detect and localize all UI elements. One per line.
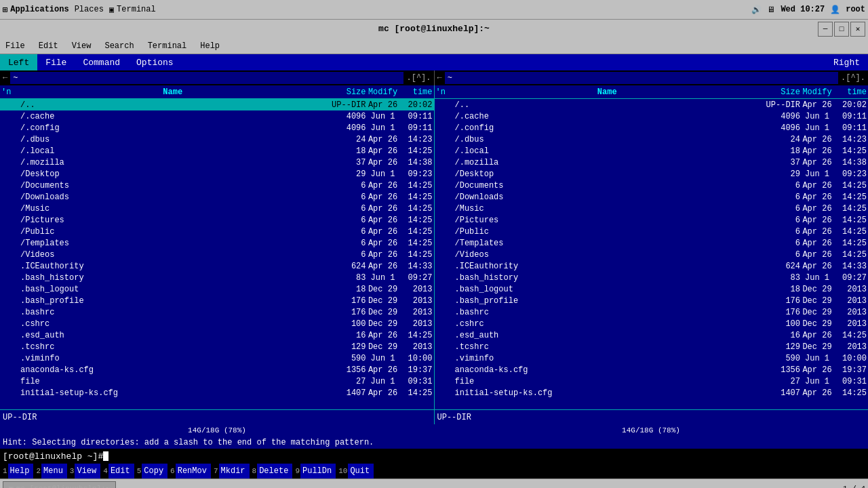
fkey-3-button[interactable]: 3 View [67, 464, 100, 479]
maximize-button[interactable]: □ [834, 22, 849, 37]
file-row[interactable]: /Videos 6 Apr 26 14:25 [435, 249, 869, 260]
file-row[interactable]: /.config 4096 Jun 1 09:11 [0, 122, 434, 134]
file-row[interactable]: .bash_logout 18 Dec 29 2013 [435, 283, 869, 295]
file-row[interactable]: file 27 Jun 1 09:31 [0, 375, 434, 387]
file-row[interactable]: /Documents 6 Apr 26 14:25 [435, 180, 869, 191]
file-row[interactable]: /Public 6 Apr 26 14:25 [0, 226, 434, 237]
file-row[interactable]: .viminfo 590 Jun 1 10:00 [0, 352, 434, 364]
file-row-modify: Apr 26 [366, 365, 400, 375]
file-row[interactable]: .ICEauthority 624 Apr 26 14:33 [0, 260, 434, 272]
file-row[interactable]: /Public 6 Apr 26 14:25 [435, 226, 869, 237]
file-row[interactable]: /.local 18 Apr 26 14:25 [435, 145, 869, 157]
fkey-6-button[interactable]: 6 RenMov [167, 464, 211, 479]
fkey-5-button[interactable]: 5 Copy [134, 464, 167, 479]
tab-right[interactable]: Right [825, 54, 868, 70]
right-panel-footer: UP--DIR [435, 409, 869, 424]
fkey-8-button[interactable]: 8 Delete [250, 464, 293, 479]
tab-file[interactable]: File [37, 54, 75, 70]
right-nav-arrow[interactable]: ← [437, 73, 442, 83]
file-row[interactable]: .tcshrc 129 Dec 29 2013 [435, 341, 869, 352]
file-row[interactable]: /.mozilla 37 Apr 26 14:38 [0, 157, 434, 168]
file-row[interactable]: .bash_profile 176 Dec 29 2013 [435, 295, 869, 306]
menu-terminal[interactable]: Terminal [145, 40, 190, 52]
file-row-time: 14:25 [400, 250, 433, 260]
file-row[interactable]: /Pictures 6 Apr 26 14:25 [0, 214, 434, 226]
file-row[interactable]: /.. UP--DIR Apr 26 20:02 [0, 99, 434, 110]
file-row-modify: Apr 26 [800, 250, 834, 260]
places-menu[interactable]: Places [75, 5, 104, 14]
file-row[interactable]: .tcshrc 129 Dec 29 2013 [0, 341, 434, 352]
file-row-name: /Pictures [455, 216, 760, 225]
file-row-name: /Documents [455, 181, 760, 190]
file-row-size: 6 [326, 227, 366, 237]
file-row-name: .bashrc [455, 308, 760, 317]
file-row[interactable]: /.cache 4096 Jun 1 09:11 [435, 110, 869, 122]
file-row[interactable]: /Music 6 Apr 26 14:25 [435, 203, 869, 214]
file-row[interactable]: initial-setup-ks.cfg 1407 Apr 26 14:25 [0, 387, 434, 399]
file-row[interactable]: /Downloads 6 Apr 26 14:25 [0, 191, 434, 203]
file-row[interactable]: /Music 6 Apr 26 14:25 [0, 203, 434, 214]
file-row[interactable]: .bash_history 83 Jun 1 09:27 [0, 272, 434, 283]
close-button[interactable]: ✕ [850, 22, 865, 37]
file-row[interactable]: /.mozilla 37 Apr 26 14:38 [435, 157, 869, 168]
file-row-modify: Jun 1 [366, 112, 400, 121]
minimize-button[interactable]: ─ [818, 22, 833, 37]
menu-edit[interactable]: Edit [36, 40, 61, 52]
menu-search[interactable]: Search [102, 40, 136, 52]
file-row[interactable]: /.cache 4096 Jun 1 09:11 [0, 110, 434, 122]
file-row-time: 09:27 [834, 273, 867, 283]
file-row[interactable]: /Templates 6 Apr 26 14:25 [435, 237, 869, 249]
file-row-time: 14:23 [400, 135, 433, 144]
taskbar-item[interactable]: ▣ mc [root@linuxhelp]:~ [3, 481, 116, 489]
file-row[interactable]: /Templates 6 Apr 26 14:25 [0, 237, 434, 249]
fkey-4-button[interactable]: 4 Edit [100, 464, 134, 479]
file-row[interactable]: /.. UP--DIR Apr 26 20:02 [435, 99, 869, 110]
fkey-9-button[interactable]: 9 PullDn [292, 464, 336, 479]
file-row-time: 2013 [834, 319, 867, 329]
file-row[interactable]: anaconda-ks.cfg 1356 Apr 26 19:37 [0, 364, 434, 375]
fkey-num: 9 [292, 467, 300, 475]
file-row[interactable]: .bash_logout 18 Dec 29 2013 [0, 283, 434, 295]
file-row[interactable]: /.dbus 24 Apr 26 14:23 [435, 134, 869, 145]
fkey-7-button[interactable]: 7 Mkdir [211, 464, 250, 479]
menu-help[interactable]: Help [197, 40, 222, 52]
file-row-name: .bash_history [20, 273, 326, 283]
applications-menu[interactable]: ⊞ Applications [3, 5, 69, 15]
file-row[interactable]: /.config 4096 Jun 1 09:11 [435, 122, 869, 134]
file-row[interactable]: .cshrc 100 Dec 29 2013 [0, 318, 434, 329]
file-row[interactable]: /Videos 6 Apr 26 14:25 [0, 249, 434, 260]
file-row[interactable]: file 27 Jun 1 09:31 [435, 375, 869, 387]
left-path-input[interactable] [10, 72, 403, 84]
file-row[interactable]: /Desktop 29 Jun 1 09:23 [435, 168, 869, 180]
file-row[interactable]: /Pictures 6 Apr 26 14:25 [435, 214, 869, 226]
tab-options[interactable]: Options [128, 54, 182, 70]
file-row[interactable]: .bash_profile 176 Dec 29 2013 [0, 295, 434, 306]
menu-view[interactable]: View [69, 40, 94, 52]
file-row[interactable]: /Downloads 6 Apr 26 14:25 [435, 191, 869, 203]
tab-command[interactable]: Command [75, 54, 128, 70]
file-row[interactable]: .bash_history 83 Jun 1 09:27 [435, 272, 869, 283]
fkey-10-button[interactable]: 10 Quit [336, 464, 374, 479]
file-row[interactable]: .bashrc 176 Dec 29 2013 [0, 306, 434, 318]
file-row[interactable]: .bashrc 176 Dec 29 2013 [435, 306, 869, 318]
file-row[interactable]: /.dbus 24 Apr 26 14:23 [0, 134, 434, 145]
command-prompt: [root@linuxhelp ~]# [3, 451, 103, 462]
right-path-input[interactable] [445, 72, 838, 84]
file-row[interactable]: .ICEauthority 624 Apr 26 14:33 [435, 260, 869, 272]
fkey-2-button[interactable]: 2 Menu [33, 464, 66, 479]
file-row-modify: Jun 1 [366, 377, 400, 386]
menu-file[interactable]: File [3, 40, 28, 52]
file-row[interactable]: .viminfo 590 Jun 1 10:00 [435, 352, 869, 364]
file-row[interactable]: .esd_auth 16 Apr 26 14:25 [435, 329, 869, 341]
file-row[interactable]: anaconda-ks.cfg 1356 Apr 26 19:37 [435, 364, 869, 375]
file-row[interactable]: /Documents 6 Apr 26 14:25 [0, 180, 434, 191]
terminal-menu[interactable]: ▣ Terminal [109, 5, 156, 15]
file-row[interactable]: /.local 18 Apr 26 14:25 [0, 145, 434, 157]
file-row[interactable]: .cshrc 100 Dec 29 2013 [435, 318, 869, 329]
left-nav-arrow[interactable]: ← [3, 73, 7, 83]
file-row[interactable]: initial-setup-ks.cfg 1407 Apr 26 14:25 [435, 387, 869, 399]
tab-left[interactable]: Left [0, 54, 37, 70]
file-row[interactable]: /Desktop 29 Jun 1 09:23 [0, 168, 434, 180]
fkey-1-button[interactable]: 1 Help [0, 464, 33, 479]
file-row[interactable]: .esd_auth 16 Apr 26 14:25 [0, 329, 434, 341]
